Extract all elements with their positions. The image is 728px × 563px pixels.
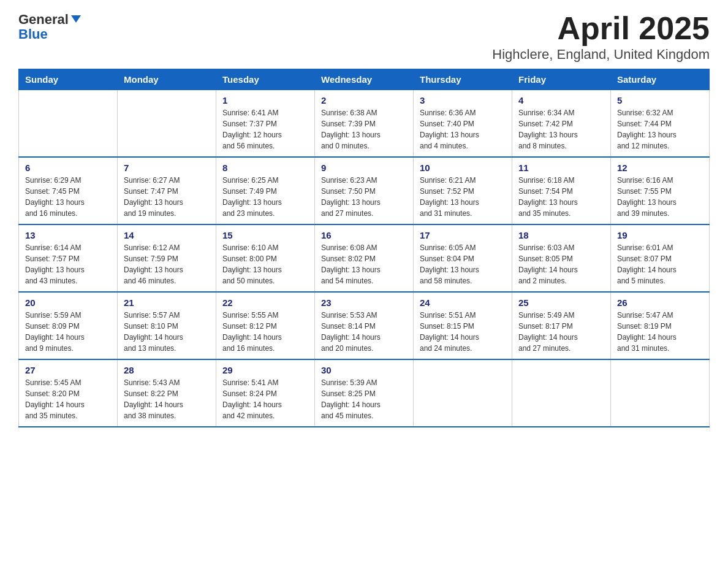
day-info: Sunrise: 5:49 AM Sunset: 8:17 PM Dayligh… (518, 310, 604, 354)
day-number: 11 (518, 163, 604, 173)
title-area: April 2025 Highclere, England, United Ki… (492, 12, 710, 63)
calendar-cell: 25Sunrise: 5:49 AM Sunset: 8:17 PM Dayli… (512, 292, 611, 359)
calendar-cell: 27Sunrise: 5:45 AM Sunset: 8:20 PM Dayli… (19, 359, 118, 427)
calendar-cell: 2Sunrise: 6:38 AM Sunset: 7:39 PM Daylig… (315, 90, 414, 158)
calendar-table: SundayMondayTuesdayWednesdayThursdayFrid… (18, 69, 710, 427)
day-number: 24 (420, 297, 506, 308)
day-number: 17 (420, 230, 506, 240)
location-subtitle: Highclere, England, United Kingdom (492, 47, 710, 63)
day-info: Sunrise: 6:27 AM Sunset: 7:47 PM Dayligh… (124, 175, 210, 219)
day-info: Sunrise: 5:47 AM Sunset: 8:19 PM Dayligh… (617, 310, 703, 354)
day-info: Sunrise: 6:08 AM Sunset: 8:02 PM Dayligh… (321, 242, 407, 286)
calendar-cell: 28Sunrise: 5:43 AM Sunset: 8:22 PM Dayli… (118, 359, 216, 427)
calendar-cell: 10Sunrise: 6:21 AM Sunset: 7:52 PM Dayli… (414, 157, 512, 224)
calendar-cell (118, 90, 216, 158)
calendar-week-row: 1Sunrise: 6:41 AM Sunset: 7:37 PM Daylig… (19, 90, 710, 158)
day-info: Sunrise: 6:34 AM Sunset: 7:42 PM Dayligh… (518, 107, 604, 151)
calendar-cell: 7Sunrise: 6:27 AM Sunset: 7:47 PM Daylig… (118, 157, 216, 224)
day-info: Sunrise: 6:38 AM Sunset: 7:39 PM Dayligh… (321, 107, 407, 151)
header-cell-wednesday: Wednesday (315, 69, 414, 90)
day-info: Sunrise: 5:55 AM Sunset: 8:12 PM Dayligh… (222, 310, 308, 354)
calendar-week-row: 27Sunrise: 5:45 AM Sunset: 8:20 PM Dayli… (19, 359, 710, 427)
day-info: Sunrise: 6:41 AM Sunset: 7:37 PM Dayligh… (222, 107, 308, 151)
calendar-cell: 11Sunrise: 6:18 AM Sunset: 7:54 PM Dayli… (512, 157, 611, 224)
day-number: 26 (617, 297, 703, 308)
day-info: Sunrise: 5:53 AM Sunset: 8:14 PM Dayligh… (321, 310, 407, 354)
calendar-cell: 17Sunrise: 6:05 AM Sunset: 8:04 PM Dayli… (414, 224, 512, 292)
day-number: 14 (124, 230, 210, 240)
calendar-cell: 3Sunrise: 6:36 AM Sunset: 7:40 PM Daylig… (414, 90, 512, 158)
calendar-cell (512, 359, 611, 427)
calendar-cell: 4Sunrise: 6:34 AM Sunset: 7:42 PM Daylig… (512, 90, 611, 158)
calendar-cell: 12Sunrise: 6:16 AM Sunset: 7:55 PM Dayli… (611, 157, 710, 224)
calendar-week-row: 6Sunrise: 6:29 AM Sunset: 7:45 PM Daylig… (19, 157, 710, 224)
calendar-cell: 15Sunrise: 6:10 AM Sunset: 8:00 PM Dayli… (216, 224, 315, 292)
header-cell-friday: Friday (512, 69, 611, 90)
day-number: 2 (321, 95, 407, 105)
day-number: 25 (518, 297, 604, 308)
day-number: 27 (25, 365, 111, 375)
day-number: 28 (124, 365, 210, 375)
calendar-cell (414, 359, 512, 427)
calendar-cell: 18Sunrise: 6:03 AM Sunset: 8:05 PM Dayli… (512, 224, 611, 292)
logo-triangle-icon (71, 15, 81, 23)
day-number: 10 (420, 163, 506, 173)
day-info: Sunrise: 6:10 AM Sunset: 8:00 PM Dayligh… (222, 242, 308, 286)
calendar-header: SundayMondayTuesdayWednesdayThursdayFrid… (19, 69, 710, 90)
day-number: 22 (222, 297, 308, 308)
day-info: Sunrise: 6:18 AM Sunset: 7:54 PM Dayligh… (518, 175, 604, 219)
day-info: Sunrise: 6:05 AM Sunset: 8:04 PM Dayligh… (420, 242, 506, 286)
calendar-cell: 19Sunrise: 6:01 AM Sunset: 8:07 PM Dayli… (611, 224, 710, 292)
day-number: 5 (617, 95, 703, 105)
day-info: Sunrise: 6:01 AM Sunset: 8:07 PM Dayligh… (617, 242, 703, 286)
page-header: General Blue April 2025 Highclere, Engla… (18, 12, 710, 63)
day-number: 16 (321, 230, 407, 240)
day-info: Sunrise: 5:41 AM Sunset: 8:24 PM Dayligh… (222, 377, 308, 421)
day-info: Sunrise: 5:51 AM Sunset: 8:15 PM Dayligh… (420, 310, 506, 354)
calendar-cell: 6Sunrise: 6:29 AM Sunset: 7:45 PM Daylig… (19, 157, 118, 224)
calendar-cell: 1Sunrise: 6:41 AM Sunset: 7:37 PM Daylig… (216, 90, 315, 158)
month-title: April 2025 (492, 12, 710, 44)
header-cell-sunday: Sunday (19, 69, 118, 90)
day-info: Sunrise: 6:29 AM Sunset: 7:45 PM Dayligh… (25, 175, 111, 219)
day-number: 30 (321, 365, 407, 375)
day-info: Sunrise: 5:45 AM Sunset: 8:20 PM Dayligh… (25, 377, 111, 421)
day-info: Sunrise: 5:43 AM Sunset: 8:22 PM Dayligh… (124, 377, 210, 421)
calendar-cell: 9Sunrise: 6:23 AM Sunset: 7:50 PM Daylig… (315, 157, 414, 224)
header-cell-thursday: Thursday (414, 69, 512, 90)
calendar-cell: 29Sunrise: 5:41 AM Sunset: 8:24 PM Dayli… (216, 359, 315, 427)
calendar-cell: 30Sunrise: 5:39 AM Sunset: 8:25 PM Dayli… (315, 359, 414, 427)
day-number: 21 (124, 297, 210, 308)
calendar-cell: 5Sunrise: 6:32 AM Sunset: 7:44 PM Daylig… (611, 90, 710, 158)
day-info: Sunrise: 6:23 AM Sunset: 7:50 PM Dayligh… (321, 175, 407, 219)
calendar-cell: 26Sunrise: 5:47 AM Sunset: 8:19 PM Dayli… (611, 292, 710, 359)
logo: General Blue (18, 12, 81, 42)
day-info: Sunrise: 5:59 AM Sunset: 8:09 PM Dayligh… (25, 310, 111, 354)
day-info: Sunrise: 6:14 AM Sunset: 7:57 PM Dayligh… (25, 242, 111, 286)
calendar-body: 1Sunrise: 6:41 AM Sunset: 7:37 PM Daylig… (19, 90, 710, 427)
calendar-cell (19, 90, 118, 158)
day-number: 13 (25, 230, 111, 240)
logo-blue-text: Blue (18, 27, 81, 42)
day-info: Sunrise: 6:03 AM Sunset: 8:05 PM Dayligh… (518, 242, 604, 286)
day-number: 18 (518, 230, 604, 240)
calendar-cell: 22Sunrise: 5:55 AM Sunset: 8:12 PM Dayli… (216, 292, 315, 359)
day-info: Sunrise: 5:39 AM Sunset: 8:25 PM Dayligh… (321, 377, 407, 421)
header-cell-monday: Monday (118, 69, 216, 90)
day-number: 7 (124, 163, 210, 173)
day-number: 9 (321, 163, 407, 173)
calendar-cell (611, 359, 710, 427)
header-cell-tuesday: Tuesday (216, 69, 315, 90)
calendar-week-row: 13Sunrise: 6:14 AM Sunset: 7:57 PM Dayli… (19, 224, 710, 292)
header-cell-saturday: Saturday (611, 69, 710, 90)
day-info: Sunrise: 6:16 AM Sunset: 7:55 PM Dayligh… (617, 175, 703, 219)
day-info: Sunrise: 6:36 AM Sunset: 7:40 PM Dayligh… (420, 107, 506, 151)
day-info: Sunrise: 5:57 AM Sunset: 8:10 PM Dayligh… (124, 310, 210, 354)
day-number: 19 (617, 230, 703, 240)
day-number: 6 (25, 163, 111, 173)
day-info: Sunrise: 6:25 AM Sunset: 7:49 PM Dayligh… (222, 175, 308, 219)
calendar-cell: 21Sunrise: 5:57 AM Sunset: 8:10 PM Dayli… (118, 292, 216, 359)
day-number: 3 (420, 95, 506, 105)
day-number: 12 (617, 163, 703, 173)
calendar-cell: 13Sunrise: 6:14 AM Sunset: 7:57 PM Dayli… (19, 224, 118, 292)
